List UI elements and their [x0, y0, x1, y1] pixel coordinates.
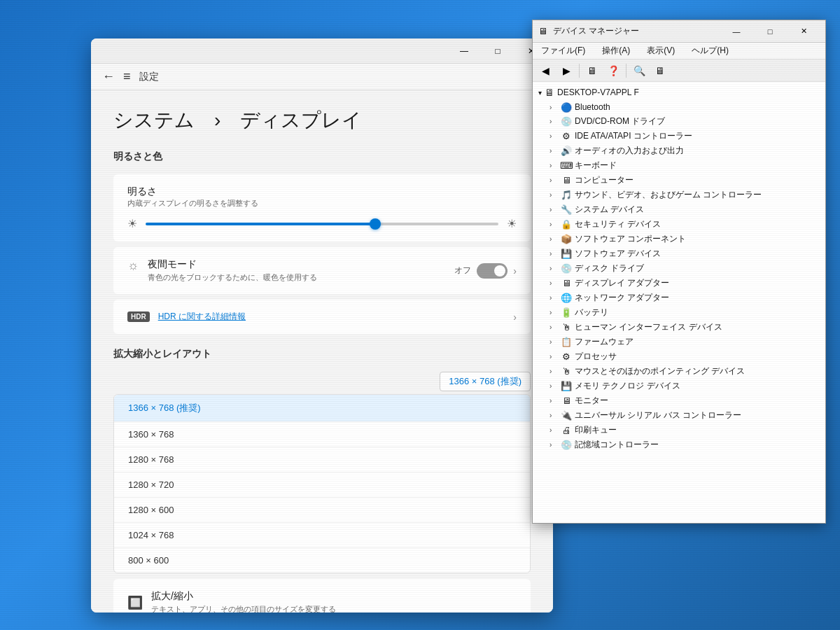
- night-mode-controls: オフ ›: [454, 263, 517, 279]
- tree-item-7[interactable]: › 🔧 システム デバイス: [533, 202, 825, 217]
- root-computer-icon: 🖥: [545, 87, 554, 98]
- item-22-label: 印刷キュー: [575, 424, 617, 436]
- brightness-slider[interactable]: [146, 223, 498, 225]
- item-19-icon: 💾: [561, 381, 572, 392]
- item-19-label: メモリ テクノロジ デバイス: [575, 380, 680, 392]
- devmgr-minimize-button[interactable]: —: [720, 23, 752, 40]
- tree-item-10[interactable]: › 💾 ソフトウェア デバイス: [533, 246, 825, 261]
- resolution-options-list: 1366 × 768 (推奨) 1360 × 768 1280 × 768 12…: [113, 394, 531, 573]
- menu-help[interactable]: ヘルプ(H): [689, 43, 732, 58]
- tree-item-19[interactable]: › 💾 メモリ テクノロジ デバイス: [533, 379, 825, 393]
- night-mode-toggle[interactable]: [477, 263, 507, 279]
- item-8-chevron-icon: ›: [550, 220, 558, 228]
- item-0-icon: 🔵: [561, 102, 572, 113]
- item-16-icon: 📋: [561, 337, 572, 348]
- devmgr-tree: ▾ 🖥 DESKTOP-V7APPL F › 🔵 Bluetooth › 💿 D…: [533, 82, 825, 523]
- resolution-option-5[interactable]: 1024 × 768: [114, 523, 530, 548]
- resolution-dropdown[interactable]: 1366 × 768 (推奨): [440, 372, 531, 391]
- brightness-slider-container: ☀ ☀: [127, 217, 517, 230]
- toolbar-help-button[interactable]: ❓: [603, 62, 623, 80]
- menu-action[interactable]: 操作(A): [599, 43, 633, 58]
- scale-title: 拡大/縮小: [151, 590, 336, 603]
- item-23-icon: 💿: [561, 440, 572, 451]
- brightness-desc: 内蔵ディスプレイの明るさを調整する: [127, 198, 517, 209]
- tree-item-5[interactable]: › 🖥 コンピューター: [533, 173, 825, 188]
- devmgr-toolbar: ◀ ▶ 🖥 ❓ 🔍 🖥: [533, 59, 825, 82]
- toggle-thumb: [494, 265, 505, 276]
- item-7-icon: 🔧: [561, 204, 572, 216]
- tree-item-20[interactable]: › 🖥 モニター: [533, 393, 825, 408]
- scale-row: 🔲 拡大/縮小 テキスト、アプリ、その他の項目のサイズを変更する: [113, 579, 531, 612]
- tree-root-item[interactable]: ▾ 🖥 DESKTOP-V7APPL F: [533, 85, 825, 100]
- nav-title: 設定: [139, 71, 159, 83]
- tree-item-6[interactable]: › 🎵 サウンド、ビデオ、およびゲーム コントローラー: [533, 188, 825, 202]
- devmgr-maximize-button[interactable]: □: [754, 23, 786, 40]
- tree-item-21[interactable]: › 🔌 ユニバーサル シリアル バス コントローラー: [533, 408, 825, 423]
- item-6-icon: 🎵: [561, 190, 572, 201]
- resolution-option-1[interactable]: 1360 × 768: [114, 422, 530, 447]
- item-14-label: バッテリ: [575, 307, 608, 318]
- menu-file[interactable]: ファイル(F): [538, 43, 588, 58]
- tree-item-11[interactable]: › 💿 ディスク ドライブ: [533, 261, 825, 276]
- item-21-chevron-icon: ›: [550, 412, 558, 419]
- night-mode-desc: 青色の光をブロックするために、暖色を使用する: [148, 272, 317, 283]
- devmgr-close-button[interactable]: ✕: [788, 23, 820, 40]
- toolbar-computer-button[interactable]: 🖥: [650, 62, 670, 80]
- item-21-icon: 🔌: [561, 410, 572, 421]
- brightness-row: 明るさ 内蔵ディスプレイの明るさを調整する ☀ ☀: [113, 174, 531, 241]
- tree-item-13[interactable]: › 🌐 ネットワーク アダプター: [533, 290, 825, 305]
- item-16-label: ファームウェア: [575, 336, 634, 348]
- tree-item-3[interactable]: › 🔊 オーディオの入力および出力: [533, 144, 825, 158]
- settings-maximize-button[interactable]: □: [482, 40, 514, 62]
- tree-item-22[interactable]: › 🖨 印刷キュー: [533, 423, 825, 438]
- tree-item-17[interactable]: › ⚙ プロセッサ: [533, 349, 825, 364]
- menu-button[interactable]: ≡: [123, 69, 131, 84]
- item-23-label: 記憶域コントローラー: [575, 439, 659, 451]
- tree-item-0[interactable]: › 🔵 Bluetooth: [533, 100, 825, 114]
- hdr-link[interactable]: HDR に関する詳細情報: [158, 311, 246, 323]
- hdr-info: HDR HDR に関する詳細情報: [127, 311, 246, 323]
- item-15-icon: 🖱: [561, 322, 572, 333]
- tree-item-23[interactable]: › 💿 記憶域コントローラー: [533, 438, 825, 452]
- toolbar-properties-button[interactable]: 🖥: [582, 62, 602, 80]
- item-14-chevron-icon: ›: [550, 309, 558, 316]
- device-manager-window: 🖥 デバイス マネージャー — □ ✕ ファイル(F) 操作(A) 表示(V) …: [532, 20, 826, 524]
- item-6-chevron-icon: ›: [550, 191, 558, 199]
- tree-item-1[interactable]: › 💿 DVD/CD-ROM ドライブ: [533, 114, 825, 129]
- back-button[interactable]: ←: [102, 69, 115, 84]
- item-6-label: サウンド、ビデオ、およびゲーム コントローラー: [575, 189, 762, 201]
- toolbar-scan-button[interactable]: 🔍: [629, 62, 649, 80]
- tree-item-12[interactable]: › 🖥 ディスプレイ アダプター: [533, 276, 825, 290]
- item-18-icon: 🖱: [561, 366, 572, 377]
- item-20-icon: 🖥: [561, 396, 572, 407]
- toolbar-forward-button[interactable]: ▶: [556, 62, 576, 80]
- tree-item-2[interactable]: › ⚙ IDE ATA/ATAPI コントローラー: [533, 129, 825, 144]
- tree-item-14[interactable]: › 🔋 バッテリ: [533, 305, 825, 320]
- item-1-icon: 💿: [561, 116, 572, 127]
- item-14-icon: 🔋: [561, 307, 572, 318]
- night-mode-row: ☼ 夜間モード 青色の光をブロックするために、暖色を使用する オフ ›: [113, 247, 531, 294]
- slider-thumb: [370, 218, 381, 230]
- resolution-option-0[interactable]: 1366 × 768 (推奨): [114, 395, 530, 422]
- night-mode-chevron-icon[interactable]: ›: [513, 265, 517, 276]
- resolution-option-4[interactable]: 1280 × 600: [114, 498, 530, 523]
- tree-item-8[interactable]: › 🔒 セキュリティ デバイス: [533, 217, 825, 232]
- hdr-row[interactable]: HDR HDR に関する詳細情報 ›: [113, 300, 531, 334]
- item-13-label: ネットワーク アダプター: [575, 292, 669, 304]
- tree-item-16[interactable]: › 📋 ファームウェア: [533, 335, 825, 349]
- night-mode-title: 夜間モード: [148, 258, 317, 271]
- tree-item-4[interactable]: › ⌨ キーボード: [533, 158, 825, 173]
- settings-minimize-button[interactable]: —: [448, 40, 480, 62]
- item-4-label: キーボード: [575, 160, 617, 172]
- item-2-icon: ⚙: [561, 131, 572, 142]
- toolbar-back-button[interactable]: ◀: [536, 62, 555, 80]
- tree-item-15[interactable]: › 🖱 ヒューマン インターフェイス デバイス: [533, 320, 825, 335]
- resolution-option-2[interactable]: 1280 × 768: [114, 447, 530, 472]
- resolution-option-3[interactable]: 1280 × 720: [114, 472, 530, 498]
- resolution-option-6[interactable]: 800 × 600: [114, 548, 530, 573]
- item-20-label: モニター: [575, 395, 608, 407]
- menu-view[interactable]: 表示(V): [644, 43, 678, 58]
- tree-item-18[interactable]: › 🖱 マウスとそのほかのポインティング デバイス: [533, 364, 825, 379]
- item-5-icon: 🖥: [561, 175, 572, 186]
- tree-item-9[interactable]: › 📦 ソフトウェア コンポーネント: [533, 232, 825, 246]
